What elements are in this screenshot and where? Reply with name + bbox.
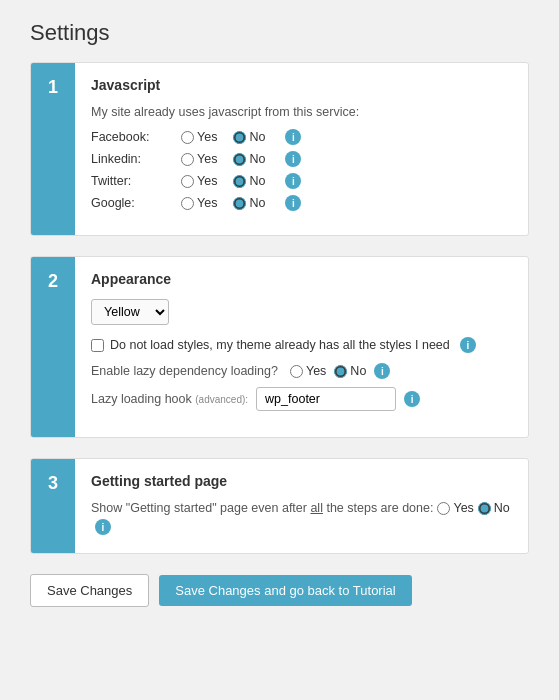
hook-advanced-label: (advanced): <box>195 394 248 405</box>
lazy-loading-info-icon[interactable]: i <box>374 363 390 379</box>
no-load-styles-info-icon[interactable]: i <box>460 337 476 353</box>
linkedin-no-group: No <box>233 152 271 166</box>
gs-yes-group: Yes <box>437 501 473 515</box>
twitter-yes-group: Yes <box>181 174 223 188</box>
twitter-label: Twitter: <box>91 174 181 188</box>
page-title: Settings <box>30 20 529 46</box>
google-yes-label: Yes <box>197 196 217 210</box>
getting-started-show-row: Show "Getting started" page even after a… <box>91 501 512 535</box>
gs-no-label: No <box>494 501 510 515</box>
facebook-yes-group: Yes <box>181 130 223 144</box>
no-load-styles-row: Do not load styles, my theme already has… <box>91 337 512 353</box>
facebook-no-label: No <box>249 130 265 144</box>
linkedin-label: Linkedin: <box>91 152 181 166</box>
twitter-yes-radio[interactable] <box>181 175 194 188</box>
no-load-styles-label: Do not load styles, my theme already has… <box>110 338 450 352</box>
lazy-no-radio[interactable] <box>334 365 347 378</box>
lazy-yes-radio[interactable] <box>290 365 303 378</box>
lazy-loading-label: Enable lazy dependency loading? <box>91 364 278 378</box>
getting-started-show-label: Show "Getting started" page even after a… <box>91 501 433 515</box>
gs-no-radio[interactable] <box>478 502 491 515</box>
facebook-yes-radio[interactable] <box>181 131 194 144</box>
radio-row-linkedin: Linkedin: Yes No i <box>91 151 512 167</box>
lazy-no-label: No <box>350 364 366 378</box>
color-select[interactable]: Yellow Blue Red Green Default <box>91 299 169 325</box>
linkedin-info-icon[interactable]: i <box>285 151 301 167</box>
google-no-label: No <box>249 196 265 210</box>
linkedin-no-label: No <box>249 152 265 166</box>
google-yes-group: Yes <box>181 196 223 210</box>
linkedin-yes-label: Yes <box>197 152 217 166</box>
twitter-no-radio[interactable] <box>233 175 246 188</box>
footer-buttons: Save Changes Save Changes and go back to… <box>30 574 529 607</box>
twitter-no-label: No <box>249 174 265 188</box>
section-title-appearance: Appearance <box>91 271 512 287</box>
google-info-icon[interactable]: i <box>285 195 301 211</box>
facebook-info-icon[interactable]: i <box>285 129 301 145</box>
section-title-getting-started: Getting started page <box>91 473 512 489</box>
linkedin-yes-radio[interactable] <box>181 153 194 166</box>
section-appearance: 2 Appearance Yellow Blue Red Green Defau… <box>30 256 529 438</box>
facebook-no-group: No <box>233 130 271 144</box>
facebook-label: Facebook: <box>91 130 181 144</box>
gs-info-icon[interactable]: i <box>95 519 111 535</box>
facebook-yes-label: Yes <box>197 130 217 144</box>
section-getting-started: 3 Getting started page Show "Getting sta… <box>30 458 529 554</box>
section-number-1: 1 <box>31 63 75 235</box>
lazy-yes-label: Yes <box>306 364 326 378</box>
section-title-javascript: Javascript <box>91 77 512 93</box>
hook-text-input[interactable] <box>256 387 396 411</box>
twitter-info-icon[interactable]: i <box>285 173 301 189</box>
lazy-no-group: No <box>334 364 366 378</box>
linkedin-no-radio[interactable] <box>233 153 246 166</box>
google-no-radio[interactable] <box>233 197 246 210</box>
lazy-loading-row: Enable lazy dependency loading? Yes No i <box>91 363 512 379</box>
section-number-3: 3 <box>31 459 75 553</box>
twitter-yes-label: Yes <box>197 174 217 188</box>
google-label: Google: <box>91 196 181 210</box>
radio-row-twitter: Twitter: Yes No i <box>91 173 512 189</box>
hook-label: Lazy loading hook (advanced): <box>91 392 248 406</box>
twitter-no-group: No <box>233 174 271 188</box>
javascript-subtitle: My site already uses javascript from thi… <box>91 105 512 119</box>
linkedin-yes-group: Yes <box>181 152 223 166</box>
save-tutorial-button[interactable]: Save Changes and go back to Tutorial <box>159 575 411 606</box>
gs-yes-radio[interactable] <box>437 502 450 515</box>
section-number-2: 2 <box>31 257 75 437</box>
lazy-yes-group: Yes <box>290 364 326 378</box>
section-javascript: 1 Javascript My site already uses javasc… <box>30 62 529 236</box>
radio-row-facebook: Facebook: Yes No i <box>91 129 512 145</box>
hook-row: Lazy loading hook (advanced): i <box>91 387 512 411</box>
color-select-wrapper: Yellow Blue Red Green Default <box>91 299 512 325</box>
radio-row-google: Google: Yes No i <box>91 195 512 211</box>
save-button[interactable]: Save Changes <box>30 574 149 607</box>
no-load-styles-checkbox[interactable] <box>91 339 104 352</box>
gs-yes-label: Yes <box>453 501 473 515</box>
facebook-no-radio[interactable] <box>233 131 246 144</box>
gs-no-group: No <box>478 501 510 515</box>
google-yes-radio[interactable] <box>181 197 194 210</box>
hook-info-icon[interactable]: i <box>404 391 420 407</box>
google-no-group: No <box>233 196 271 210</box>
